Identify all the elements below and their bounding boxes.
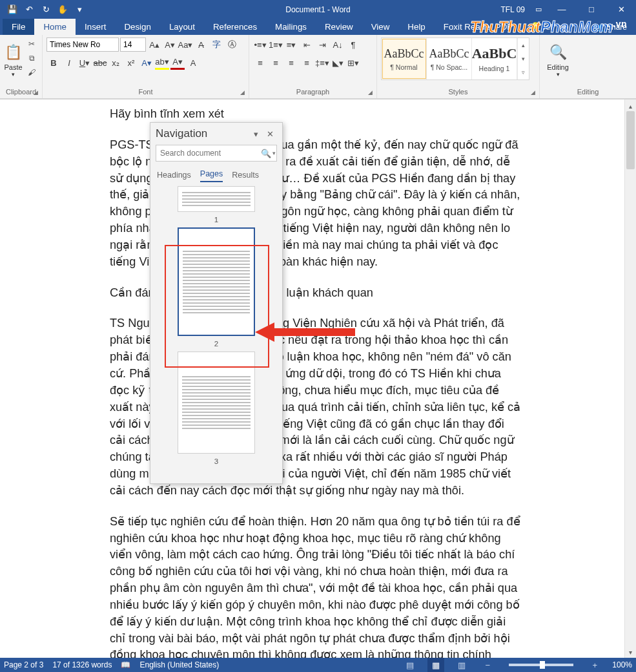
strikethrough-button[interactable]: abc	[93, 56, 107, 70]
align-right-button[interactable]: ≡	[284, 56, 298, 70]
scroll-down-button[interactable]: ▾	[625, 646, 636, 658]
nav-tab-pages[interactable]: Pages	[200, 169, 223, 182]
subscript-button[interactable]: x₂	[108, 56, 123, 70]
cut-button[interactable]: ✂	[25, 37, 38, 50]
view-web-layout-button[interactable]: ▥	[453, 658, 470, 672]
tab-mailings[interactable]: Mailings	[266, 19, 316, 35]
page-thumbnail-3[interactable]	[178, 352, 255, 454]
qat-redo-button[interactable]: ↻	[37, 0, 54, 19]
format-painter-button[interactable]: 🖌	[25, 66, 38, 79]
qat-save-button[interactable]: 💾	[4, 0, 21, 19]
clear-formatting-button[interactable]: A̶	[194, 37, 208, 52]
styles-scroll-down[interactable]: ▾	[518, 56, 529, 62]
tab-references[interactable]: References	[204, 19, 266, 35]
styles-scroll-up[interactable]: ▴	[518, 42, 529, 48]
navigation-pane-close-button[interactable]: ✕	[263, 127, 277, 141]
shrink-font-button[interactable]: A▾	[163, 37, 177, 52]
copy-button[interactable]: ⧉	[25, 52, 38, 65]
font-size-combobox[interactable]	[120, 37, 146, 52]
justify-button[interactable]: ≡	[300, 56, 314, 70]
page-thumbnail-2[interactable]	[178, 227, 255, 336]
styles-more-button[interactable]: ▿	[518, 69, 529, 76]
editing-button[interactable]: 🔍 Editing ▾	[544, 37, 572, 84]
multilevel-list-button[interactable]: ≡▾	[284, 37, 298, 52]
bullets-button[interactable]: •≡▾	[253, 37, 267, 52]
character-shading-button[interactable]: A	[186, 56, 200, 70]
style-no-spacing[interactable]: AaBbCc ¶ No Spac...	[427, 38, 472, 79]
style-heading-1[interactable]: AaBbC Heading 1	[472, 38, 517, 79]
status-page[interactable]: Page 2 of 3	[4, 660, 43, 669]
search-options-dropdown[interactable]: ▾	[271, 150, 276, 156]
tab-foxit-reader-pdf[interactable]: Foxit Reader PDF	[435, 19, 522, 35]
navigation-search-input[interactable]	[156, 149, 261, 158]
tab-layout[interactable]: Layout	[160, 19, 204, 35]
search-icon[interactable]: 🔍	[261, 149, 271, 158]
zoom-level[interactable]: 100%	[612, 660, 632, 669]
style-normal[interactable]: AaBbCc ¶ Normal	[382, 38, 427, 79]
doc-paragraph[interactable]: Sẽ tiếp tục nghiên cứu để hoàn thiện. Hơ…	[110, 514, 523, 658]
tab-review[interactable]: Review	[316, 19, 362, 35]
zoom-out-button[interactable]: −	[479, 658, 496, 672]
enclose-characters-button[interactable]: Ⓐ	[225, 37, 239, 52]
tab-help[interactable]: Help	[398, 19, 434, 35]
clipboard-launcher[interactable]: ◢	[31, 88, 40, 97]
nav-tab-results[interactable]: Results	[232, 171, 259, 182]
tab-tell-me[interactable]: 💡 Tell me	[521, 19, 577, 35]
align-left-button[interactable]: ≡	[253, 56, 267, 70]
shading-button[interactable]: ◣▾	[331, 56, 345, 70]
italic-button[interactable]: I	[62, 56, 76, 70]
status-language[interactable]: English (United States)	[139, 660, 219, 669]
sort-button[interactable]: A↓	[331, 37, 345, 52]
nav-tab-headings[interactable]: Headings	[157, 171, 191, 182]
tab-view[interactable]: View	[362, 19, 399, 35]
tab-file[interactable]: File	[3, 19, 34, 35]
qat-customize-button[interactable]: ▾	[71, 0, 88, 19]
share-button[interactable]: 👥Share	[585, 19, 636, 35]
tab-insert[interactable]: Insert	[76, 19, 115, 35]
status-word-count[interactable]: 17 of 1326 words	[52, 660, 112, 669]
increase-indent-button[interactable]: ⇥	[315, 37, 329, 52]
paragraph-launcher[interactable]: ◢	[365, 88, 374, 97]
align-center-button[interactable]: ≡	[269, 56, 283, 70]
navigation-pane-options-button[interactable]: ▾	[249, 127, 263, 141]
tab-design[interactable]: Design	[115, 19, 160, 35]
scroll-up-button[interactable]: ▴	[625, 101, 636, 112]
tab-home[interactable]: Home	[34, 19, 76, 35]
line-spacing-button[interactable]: ‡≡▾	[315, 56, 329, 70]
view-read-mode-button[interactable]: ▤	[402, 658, 418, 672]
underline-button[interactable]: U▾	[77, 56, 92, 70]
qat-touch-mode-button[interactable]: ✋	[54, 0, 71, 19]
styles-launcher[interactable]: ◢	[528, 88, 537, 97]
text-effects-button[interactable]: A▾	[139, 56, 154, 70]
window-minimize-button[interactable]: —	[547, 0, 577, 19]
scrollbar-thumb[interactable]	[626, 111, 635, 169]
navigation-search-box[interactable]: 🔍 ▾	[156, 145, 277, 162]
paste-button[interactable]: 📋 Paste ▾	[4, 37, 23, 84]
zoom-slider[interactable]	[509, 664, 573, 666]
view-print-layout-button[interactable]: ▦	[427, 658, 444, 672]
page-thumbnail-1[interactable]	[178, 186, 255, 212]
status-spellcheck[interactable]: 📖	[121, 660, 130, 669]
window-maximize-button[interactable]: □	[577, 0, 606, 19]
font-launcher[interactable]: ◢	[238, 88, 247, 97]
vertical-scrollbar[interactable]: ▴ ▾	[624, 100, 636, 658]
account-name[interactable]: TFL 09	[495, 5, 530, 14]
bold-button[interactable]: B	[46, 56, 61, 70]
document-page[interactable]: Hãy bình tĩnh xem xét PGS-TS Bùi Hiền ch…	[0, 100, 624, 658]
numbering-button[interactable]: 1≡▾	[269, 37, 283, 52]
superscript-button[interactable]: x²	[124, 56, 138, 70]
grow-font-button[interactable]: A▴	[147, 37, 161, 52]
font-name-combobox[interactable]	[46, 37, 119, 52]
qat-undo-button[interactable]: ↶	[21, 0, 37, 19]
zoom-slider-thumb[interactable]	[540, 661, 545, 669]
highlight-button[interactable]: ab▾	[155, 56, 169, 70]
change-case-button[interactable]: Aa▾	[178, 37, 192, 52]
styles-gallery[interactable]: AaBbCc ¶ Normal AaBbCc ¶ No Spac... AaBb…	[381, 37, 529, 80]
phonetic-guide-button[interactable]: 字	[209, 37, 223, 52]
borders-button[interactable]: ⊞▾	[346, 56, 360, 70]
font-color-button[interactable]: A▾	[170, 56, 185, 70]
window-close-button[interactable]: ✕	[606, 0, 636, 19]
decrease-indent-button[interactable]: ⇤	[300, 37, 314, 52]
show-hide-button[interactable]: ¶	[346, 37, 360, 52]
doc-paragraph[interactable]: Hãy bình tĩnh xem xét	[110, 106, 523, 123]
